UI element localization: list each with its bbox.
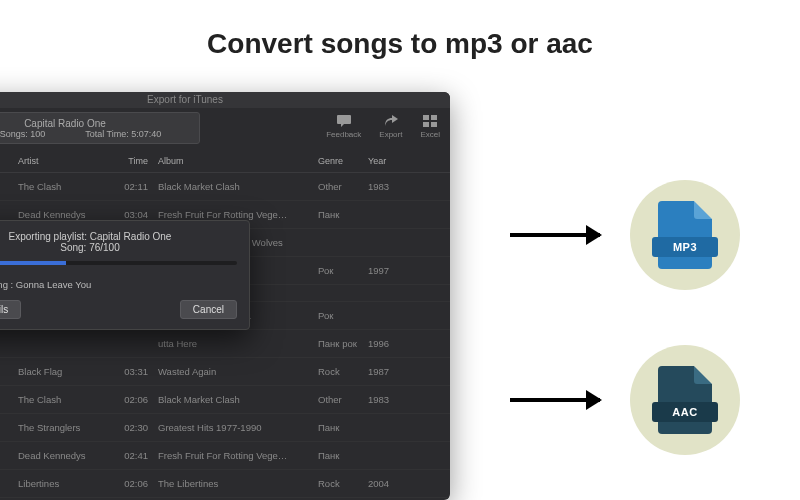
cell-artist: Dead Kennedys [18,450,118,461]
share-arrow-icon [382,114,400,128]
cell-artist: The Stranglers [18,422,118,433]
table-row[interactable]: The Clash02:06Black Market ClashOther198… [0,386,450,414]
page-fold-icon [694,366,712,384]
cell-album: Black Market Clash [158,181,318,192]
cell-album: Black Market Clash [158,394,318,405]
col-artist[interactable]: Artist [18,156,118,166]
cell-title: adio One [0,181,18,192]
mp3-format-badge: MP3 [630,180,740,290]
cell-genre: Other [318,394,368,405]
toolbar: Feedback Export Excel [326,114,440,139]
svg-rect-1 [431,115,437,120]
excel-label: Excel [420,130,440,139]
cell-genre: Рок [318,310,368,321]
cell-artist: Dead Kennedys [18,209,118,220]
cell-genre: Rock [318,366,368,377]
table-row[interactable]: k To FuckDead Kennedys02:41Fresh Fruit F… [0,442,450,470]
col-title[interactable]: Title [0,156,18,166]
cell-genre: Панк [318,422,368,433]
playlist-total-time: Total Time: 5:07:40 [85,129,161,139]
converting-status: Converting : Gonna Leave You [0,279,91,290]
cell-title [0,338,18,349]
cell-genre: Рок [318,265,368,276]
cell-year [368,237,408,248]
cell-genre: Other [318,181,368,192]
export-progress-dialog: Exporting playlist: Capital Radio One So… [0,220,250,330]
file-icon: AAC [658,366,712,434]
cell-title [0,422,18,433]
cell-album: Fresh Fruit For Rotting Vege… [158,450,318,461]
cell-year: 1983 [368,394,408,405]
cell-time: 02:06 [118,478,158,489]
table-row[interactable]: Libertines02:06The LibertinesRock2004 [0,470,450,498]
cell-time: 03:31 [118,366,158,377]
cell-title: k To Fuck [0,450,18,461]
cancel-button[interactable]: Cancel [180,300,237,319]
playlist-summary: Capital Radio One Playlist Songs: 100 To… [0,112,200,144]
marketing-headline: Convert songs to mp3 or aac [0,28,800,60]
table-row[interactable]: Black Flag03:31Wasted AgainRock1987 [0,358,450,386]
cell-year [368,450,408,461]
playlist-songs-count: Playlist Songs: 100 [0,129,45,139]
cell-time: 02:11 [118,181,158,192]
cell-title: oor [0,209,18,220]
cell-year [368,422,408,433]
table-row[interactable]: adio OneThe Clash02:11Black Market Clash… [0,173,450,201]
playlist-name: Capital Radio One [24,118,106,129]
dialog-subtitle: Song: 76/100 [0,242,237,253]
cell-time [118,338,158,349]
app-window: Export for iTunes Capital Radio One Play… [0,92,450,500]
aac-label: AAC [652,402,718,422]
cell-time: 03:04 [118,209,158,220]
cell-year: 1996 [368,338,408,349]
cell-album: utta Here [158,338,318,349]
progress-bar [0,261,237,265]
mp3-label: MP3 [652,237,718,257]
cell-artist: Black Flag [18,366,118,377]
arrow-icon [510,233,600,237]
dialog-title: Exporting playlist: Capital Radio One [0,231,237,242]
cell-time: 02:06 [118,394,158,405]
cell-year: 2004 [368,478,408,489]
speech-bubble-icon [335,114,353,128]
cell-genre [318,237,368,248]
svg-rect-0 [423,115,429,120]
arrow-icon [510,398,600,402]
cell-genre: Rock [318,478,368,489]
cell-album: Wasted Again [158,366,318,377]
col-genre[interactable]: Genre [318,156,368,166]
cell-genre: Панк рок [318,338,368,349]
cell-album: Greatest Hits 1977-1990 [158,422,318,433]
hide-details-button[interactable]: Hide details [0,300,21,319]
cell-artist [18,338,118,349]
cell-time: 02:41 [118,450,158,461]
cell-artist: The Clash [18,181,118,192]
svg-rect-2 [423,122,429,127]
cell-genre: Панк [318,450,368,461]
export-label: Export [379,130,402,139]
cell-year [368,209,408,220]
col-year[interactable]: Year [368,156,408,166]
page-fold-icon [694,201,712,219]
cell-title [0,394,18,405]
col-album[interactable]: Album [158,156,318,166]
feedback-button[interactable]: Feedback [326,114,361,139]
svg-rect-3 [431,122,437,127]
cell-year: 1987 [368,366,408,377]
cell-year [368,310,408,321]
cell-year: 1983 [368,181,408,192]
cell-title [0,478,18,489]
export-button[interactable]: Export [379,114,402,139]
excel-button[interactable]: Excel [420,114,440,139]
aac-format-badge: AAC [630,345,740,455]
feedback-label: Feedback [326,130,361,139]
cell-artist: The Clash [18,394,118,405]
window-title: Export for iTunes [0,92,450,108]
col-time[interactable]: Time [118,156,158,166]
cell-album: The Libertines [158,478,318,489]
table-row[interactable]: The Stranglers02:30Greatest Hits 1977-19… [0,414,450,442]
cell-title [0,366,18,377]
table-row[interactable]: utta HereПанк рок1996 [0,330,450,358]
cell-artist: Libertines [18,478,118,489]
cell-genre: Панк [318,209,368,220]
